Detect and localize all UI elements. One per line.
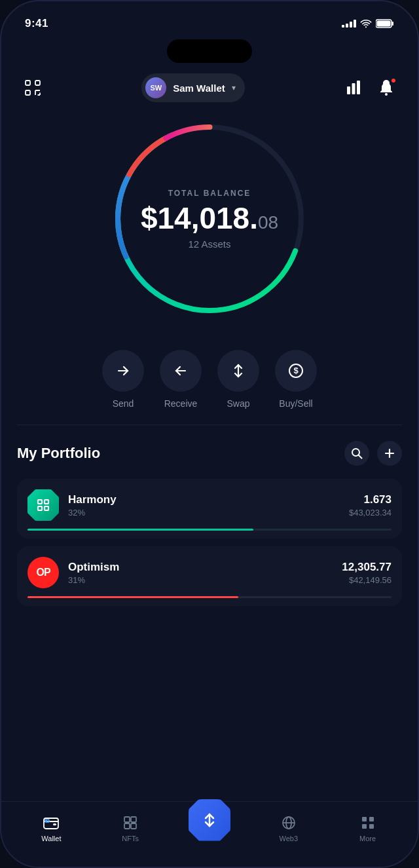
- balance-cents: 08: [258, 212, 278, 233]
- svg-line-25: [359, 455, 362, 459]
- asset-top: Harmony 32% 1.673 $43,023.34: [27, 489, 392, 521]
- harmony-amount: 1.673: [349, 493, 392, 506]
- harmony-icon: [27, 489, 59, 521]
- actions-row: Send Receive Swap: [1, 337, 418, 425]
- optimism-value: $42,149.56: [342, 575, 392, 585]
- harmony-bar-container: [27, 529, 392, 531]
- svg-point-13: [385, 93, 388, 96]
- balance-label: TOTAL BALANCE: [141, 189, 278, 198]
- buysell-action[interactable]: $ Buy/Sell: [275, 350, 317, 409]
- web3-nav-label: Web3: [280, 835, 299, 842]
- swap-action[interactable]: Swap: [217, 350, 259, 409]
- svg-rect-47: [369, 824, 374, 829]
- svg-rect-1: [392, 22, 394, 26]
- asset-left: Harmony 32%: [27, 489, 117, 521]
- portfolio-actions: [344, 441, 402, 466]
- asset-item-harmony[interactable]: Harmony 32% 1.673 $43,023.34: [17, 479, 402, 538]
- balance-section: TOTAL BALANCE $14,018.08 12 Assets: [1, 107, 418, 337]
- harmony-bar: [27, 529, 253, 531]
- portfolio-header: My Portfolio: [17, 441, 402, 466]
- portfolio-title: My Portfolio: [17, 445, 100, 462]
- wallet-selector[interactable]: SW Sam Wallet ▾: [141, 73, 244, 102]
- svg-rect-3: [26, 81, 30, 85]
- web3-icon: [280, 814, 298, 832]
- optimism-amount: 12,305.77: [342, 561, 392, 574]
- optimism-bar: [27, 596, 238, 598]
- harmony-values: 1.673 $43,023.34: [349, 493, 392, 518]
- optimism-name: Optimism: [68, 561, 119, 574]
- svg-rect-30: [38, 506, 42, 510]
- status-bar: 9:41: [1, 1, 418, 37]
- receive-action[interactable]: Receive: [160, 350, 202, 409]
- buysell-label: Buy/Sell: [279, 398, 312, 409]
- nav-item-nfts[interactable]: NFTs: [91, 814, 170, 842]
- harmony-name: Harmony: [68, 493, 117, 506]
- harmony-value: $43,023.34: [349, 508, 392, 518]
- balance-amount: $14,018.08: [141, 203, 278, 233]
- buysell-button[interactable]: $: [275, 350, 317, 392]
- more-nav-label: More: [359, 835, 376, 842]
- header: SW Sam Wallet ▾: [1, 63, 418, 107]
- notification-button[interactable]: [373, 75, 399, 101]
- receive-button[interactable]: [160, 350, 202, 392]
- svg-rect-33: [53, 823, 56, 825]
- balance-info: TOTAL BALANCE $14,018.08 12 Assets: [141, 189, 278, 250]
- chart-button[interactable]: [340, 75, 367, 101]
- wallet-nav-label: Wallet: [41, 835, 61, 842]
- asset-top: OP Optimism 31% 12,305.77 $42,149.56: [27, 557, 392, 588]
- nfts-nav-label: NFTs: [122, 835, 139, 842]
- svg-rect-11: [352, 83, 355, 94]
- send-button[interactable]: [102, 350, 144, 392]
- wallet-icon: [42, 814, 60, 832]
- signal-icon: [342, 20, 356, 28]
- svg-text:$: $: [293, 366, 299, 375]
- svg-rect-39: [131, 823, 136, 829]
- svg-rect-5: [26, 90, 30, 95]
- asset-item-optimism[interactable]: OP Optimism 31% 12,305.77 $42,149.56: [17, 546, 402, 606]
- nav-item-more[interactable]: More: [328, 814, 407, 842]
- search-button[interactable]: [344, 441, 369, 466]
- send-action[interactable]: Send: [102, 350, 144, 409]
- nav-item-wallet[interactable]: Wallet: [12, 814, 91, 842]
- scan-icon-button[interactable]: [20, 75, 46, 101]
- header-right: [340, 75, 399, 101]
- receive-label: Receive: [164, 398, 198, 409]
- add-button[interactable]: [377, 441, 402, 466]
- balance-circle: TOTAL BALANCE $14,018.08 12 Assets: [105, 114, 314, 324]
- svg-rect-44: [362, 817, 367, 821]
- harmony-pct: 32%: [68, 508, 117, 518]
- svg-rect-31: [45, 506, 48, 510]
- portfolio-section: My Portfolio: [1, 425, 418, 606]
- swap-center-button[interactable]: [189, 799, 230, 841]
- optimism-values: 12,305.77 $42,149.56: [342, 561, 392, 585]
- optimism-icon: OP: [27, 557, 59, 588]
- notification-dot: [390, 77, 397, 84]
- nav-item-web3[interactable]: Web3: [249, 814, 328, 842]
- svg-rect-45: [369, 817, 374, 821]
- more-icon: [359, 814, 377, 832]
- status-time: 9:41: [25, 17, 48, 30]
- wallet-name: Sam Wallet: [173, 83, 225, 94]
- svg-rect-10: [347, 86, 350, 94]
- asset-left: OP Optimism 31%: [27, 557, 119, 588]
- dynamic-island: [167, 39, 252, 63]
- nav-item-center[interactable]: [170, 807, 249, 849]
- bottom-nav: Wallet NFTs: [1, 801, 418, 867]
- svg-rect-12: [357, 81, 360, 94]
- svg-point-35: [46, 820, 48, 821]
- optimism-pct: 31%: [68, 575, 119, 585]
- phone-frame: 9:41: [0, 0, 419, 868]
- nfts-icon: [121, 814, 139, 832]
- optimism-name-group: Optimism 31%: [68, 561, 119, 585]
- svg-rect-29: [45, 500, 48, 504]
- balance-assets: 12 Assets: [141, 238, 278, 250]
- swap-label: Swap: [227, 398, 249, 409]
- svg-rect-36: [124, 817, 130, 822]
- optimism-bar-container: [27, 596, 392, 598]
- send-label: Send: [113, 398, 134, 409]
- swap-button[interactable]: [217, 350, 259, 392]
- svg-rect-46: [362, 824, 367, 829]
- wifi-icon: [360, 19, 372, 28]
- svg-rect-37: [131, 817, 136, 822]
- svg-rect-28: [38, 500, 42, 504]
